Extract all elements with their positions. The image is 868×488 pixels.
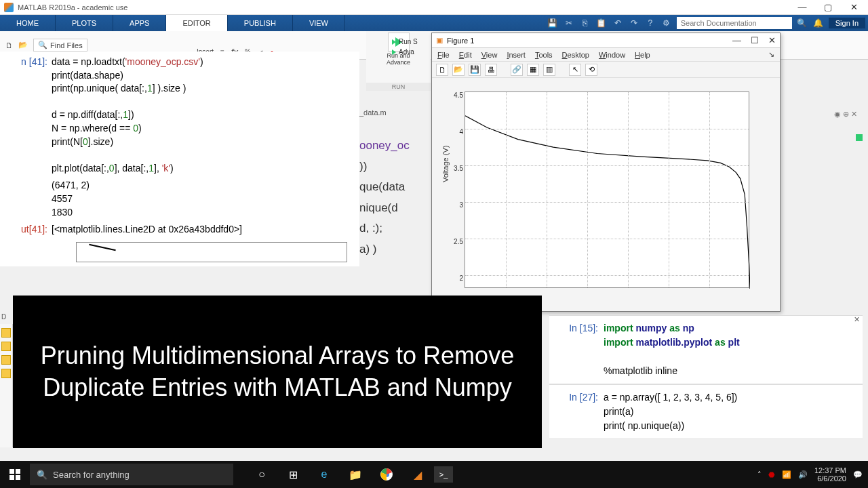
close-button[interactable]: ✕ xyxy=(844,1,864,14)
matlab-taskbar-icon[interactable]: ◢ xyxy=(403,461,433,488)
run-section-button[interactable]: Run S xyxy=(392,38,418,45)
fig-close[interactable]: ✕ xyxy=(768,35,776,45)
tray-wifi-icon[interactable]: 📶 xyxy=(782,470,791,479)
jupyter-cell[interactable]: In [27]: a = np.array([ 1, 2, 3, 3, 4, 5… xyxy=(549,384,863,439)
jupyter-cell-left: n [41]: data = np.loadtxt('mooney_ocp.cs… xyxy=(0,52,359,266)
code-block[interactable]: data = np.loadtxt('mooney_ocp.csv') prin… xyxy=(52,56,359,175)
copy-icon[interactable]: ⎘ xyxy=(579,18,591,28)
menu-desktop[interactable]: Desktop xyxy=(562,51,589,59)
jupyter-cells-right: ✕ In [15]: import numpy as np import mat… xyxy=(549,315,863,439)
tab-publish[interactable]: PUBLISH xyxy=(228,15,293,31)
tab-view[interactable]: VIEW xyxy=(293,15,345,31)
task-view-icon[interactable]: ⊞ xyxy=(278,461,308,488)
menu-help[interactable]: Help xyxy=(635,51,650,59)
new-file-icon[interactable]: 🗋 xyxy=(5,41,13,49)
search-icon[interactable]: 🔍 xyxy=(796,18,808,28)
window-controls: — ▢ ✕ xyxy=(792,1,864,14)
ytick: 3 xyxy=(451,201,463,209)
tab-home[interactable]: HOME xyxy=(0,15,56,31)
panel-close-icon[interactable]: ✕ xyxy=(854,314,860,325)
save-icon[interactable]: 💾 xyxy=(547,18,559,28)
figure-titlebar[interactable]: ▣ Figure 1 — ☐ ✕ xyxy=(432,33,780,48)
menu-insert[interactable]: Insert xyxy=(507,51,526,59)
tab-plots[interactable]: PLOTS xyxy=(56,15,113,31)
menu-view[interactable]: View xyxy=(481,51,498,59)
open-fig-icon[interactable]: 📂 xyxy=(452,64,465,76)
bell-icon[interactable]: 🔔 xyxy=(812,18,825,28)
code-block[interactable]: import numpy as np import matplotlib.pyp… xyxy=(604,321,740,378)
inline-plot-thumbnail xyxy=(76,242,347,262)
rotate-icon[interactable]: ⟲ xyxy=(585,64,597,76)
taskbar-clock[interactable]: 12:37 PM 6/6/2020 xyxy=(814,466,846,483)
ytick: 2.5 xyxy=(451,238,463,245)
prefs-icon[interactable]: ⚙ xyxy=(660,18,673,28)
figure-menubar: File Edit View Insert Tools Desktop Wind… xyxy=(432,48,780,62)
cut-icon[interactable]: ✂ xyxy=(563,18,575,28)
undo-icon[interactable]: ↶ xyxy=(612,18,624,28)
signin-button[interactable]: Sign In xyxy=(829,18,865,28)
menu-more-icon[interactable]: ↘ xyxy=(768,50,774,59)
search-doc-input[interactable] xyxy=(677,17,792,29)
ribbon-tabs: HOME PLOTS APPS EDITOR PUBLISH VIEW 💾 ✂ … xyxy=(0,15,868,31)
video-caption-overlay: Pruning Multidimensional Arrays to Remov… xyxy=(13,296,542,448)
status-indicator xyxy=(856,134,863,141)
workspace-panel-sliver xyxy=(0,324,13,447)
matlab-icon xyxy=(4,3,14,12)
print-fig-icon[interactable]: 🖶 xyxy=(485,64,497,76)
var-icon[interactable] xyxy=(1,328,11,338)
start-button[interactable] xyxy=(0,461,30,488)
paste-icon[interactable]: 📋 xyxy=(595,18,608,28)
link-icon[interactable]: 🔗 xyxy=(511,64,523,76)
menu-tools[interactable]: Tools xyxy=(535,51,553,59)
tab-apps[interactable]: APPS xyxy=(113,15,166,31)
in-prompt: In [15]: xyxy=(549,321,604,378)
var-icon[interactable] xyxy=(1,342,11,351)
window-title: MATLAB R2019a - academic use xyxy=(18,3,127,12)
chrome-icon[interactable] xyxy=(372,461,401,488)
minimize-button[interactable]: — xyxy=(792,1,812,14)
menu-file[interactable]: File xyxy=(437,51,450,59)
cortana-icon[interactable]: ○ xyxy=(247,461,277,488)
terminal-icon[interactable]: >_ xyxy=(434,466,453,483)
maximize-button[interactable]: ▢ xyxy=(818,1,838,14)
new-fig-icon[interactable]: 🗋 xyxy=(436,64,448,76)
y-axis-label: Voltage (V) xyxy=(441,146,450,182)
redo-icon[interactable]: ↷ xyxy=(628,18,640,28)
pointer-icon[interactable]: ↖ xyxy=(569,64,581,76)
colorbar-icon[interactable]: ▥ xyxy=(543,64,555,76)
notifications-icon[interactable]: 💬 xyxy=(853,470,863,479)
editor-tab-close[interactable]: ◉ ⊕ ✕ xyxy=(834,110,857,119)
open-file-icon[interactable]: 📂 xyxy=(18,41,28,49)
ytick: 3.5 xyxy=(451,165,463,172)
windows-taskbar: 🔍 Search for anything ○ ⊞ e 📁 ◢ >_ ˄ ⬣ 📶… xyxy=(0,461,868,488)
brush-icon[interactable]: ▦ xyxy=(527,64,539,76)
menu-edit[interactable]: Edit xyxy=(459,51,472,59)
find-files-button[interactable]: 🔍 Find Files xyxy=(33,39,87,52)
tab-editor[interactable]: EDITOR xyxy=(166,15,227,31)
var-icon[interactable] xyxy=(1,355,11,365)
figure-window[interactable]: ▣ Figure 1 — ☐ ✕ File Edit View Insert T… xyxy=(431,33,781,312)
explorer-icon[interactable]: 📁 xyxy=(340,461,370,488)
edge-icon[interactable]: e xyxy=(309,461,339,488)
tray-volume-icon[interactable]: 🔊 xyxy=(798,470,808,479)
tray-up-icon[interactable]: ˄ xyxy=(757,470,762,479)
help-icon[interactable]: ? xyxy=(644,18,656,28)
advance-button[interactable]: Adva xyxy=(392,48,418,56)
plot-axes[interactable] xyxy=(465,92,749,288)
ytick: 4.5 xyxy=(451,92,463,99)
fig-maximize[interactable]: ☐ xyxy=(751,35,759,45)
jupyter-cell[interactable]: In [15]: import numpy as np import matpl… xyxy=(549,315,863,384)
ytick: 2 xyxy=(451,274,463,282)
search-placeholder: Search for anything xyxy=(53,470,130,480)
menu-window[interactable]: Window xyxy=(599,51,625,59)
matlab-editor-visible[interactable]: ooney_oc )) que(data nique(d d, :); a) ) xyxy=(359,136,434,260)
editor-file-tab[interactable]: _data.m xyxy=(359,108,387,117)
code-block[interactable]: a = np.array([ 1, 2, 3, 3, 4, 5, 6]) pri… xyxy=(604,390,737,433)
tray-shield-icon[interactable]: ⬣ xyxy=(768,470,775,479)
var-icon[interactable] xyxy=(1,369,11,378)
figure-icon: ▣ xyxy=(436,36,443,45)
save-fig-icon[interactable]: 💾 xyxy=(469,64,481,76)
fig-minimize[interactable]: — xyxy=(732,35,741,45)
taskbar-search[interactable]: 🔍 Search for anything xyxy=(30,464,233,485)
svg-rect-3 xyxy=(16,475,20,480)
